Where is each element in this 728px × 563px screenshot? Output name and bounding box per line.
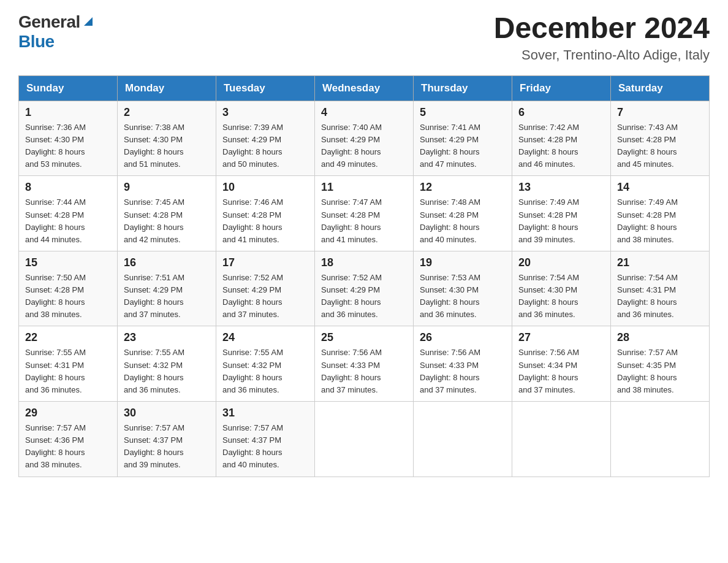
col-thursday: Thursday xyxy=(414,75,512,101)
calendar-cell: 30 Sunrise: 7:57 AM Sunset: 4:37 PM Dayl… xyxy=(118,402,216,477)
day-number: 29 xyxy=(25,407,111,419)
calendar-cell: 28 Sunrise: 7:57 AM Sunset: 4:35 PM Dayl… xyxy=(611,326,710,402)
day-info: Sunrise: 7:45 AM Sunset: 4:28 PM Dayligh… xyxy=(124,196,210,246)
day-info: Sunrise: 7:50 AM Sunset: 4:28 PM Dayligh… xyxy=(25,272,111,321)
svg-marker-0 xyxy=(84,17,93,26)
day-info: Sunrise: 7:55 AM Sunset: 4:32 PM Dayligh… xyxy=(124,347,210,396)
day-info: Sunrise: 7:41 AM Sunset: 4:29 PM Dayligh… xyxy=(420,121,506,171)
day-number: 6 xyxy=(518,106,604,119)
calendar-cell: 5 Sunrise: 7:41 AM Sunset: 4:29 PM Dayli… xyxy=(414,101,512,176)
day-number: 31 xyxy=(222,407,308,419)
calendar-cell: 9 Sunrise: 7:45 AM Sunset: 4:28 PM Dayli… xyxy=(118,176,216,251)
calendar-cell: 22 Sunrise: 7:55 AM Sunset: 4:31 PM Dayl… xyxy=(19,326,118,402)
calendar-cell xyxy=(414,402,512,477)
day-number: 15 xyxy=(25,256,111,269)
col-tuesday: Tuesday xyxy=(216,75,315,101)
calendar-table: Sunday Monday Tuesday Wednesday Thursday… xyxy=(18,75,710,477)
calendar-cell: 17 Sunrise: 7:52 AM Sunset: 4:29 PM Dayl… xyxy=(216,251,315,326)
logo: General Blue xyxy=(18,12,95,52)
calendar-cell: 31 Sunrise: 7:57 AM Sunset: 4:37 PM Dayl… xyxy=(216,402,315,477)
calendar-cell: 12 Sunrise: 7:48 AM Sunset: 4:28 PM Dayl… xyxy=(414,176,512,251)
calendar-cell: 23 Sunrise: 7:55 AM Sunset: 4:32 PM Dayl… xyxy=(118,326,216,402)
calendar-cell: 6 Sunrise: 7:42 AM Sunset: 4:28 PM Dayli… xyxy=(512,101,611,176)
day-number: 8 xyxy=(25,181,111,194)
day-info: Sunrise: 7:38 AM Sunset: 4:30 PM Dayligh… xyxy=(124,121,210,171)
day-info: Sunrise: 7:36 AM Sunset: 4:30 PM Dayligh… xyxy=(25,121,111,171)
calendar-cell: 26 Sunrise: 7:56 AM Sunset: 4:33 PM Dayl… xyxy=(414,326,512,402)
day-info: Sunrise: 7:55 AM Sunset: 4:31 PM Dayligh… xyxy=(25,347,111,396)
calendar-cell: 7 Sunrise: 7:43 AM Sunset: 4:28 PM Dayli… xyxy=(611,101,710,176)
col-monday: Monday xyxy=(118,75,216,101)
day-info: Sunrise: 7:57 AM Sunset: 4:36 PM Dayligh… xyxy=(25,422,111,472)
calendar-cell: 4 Sunrise: 7:40 AM Sunset: 4:29 PM Dayli… xyxy=(315,101,414,176)
day-number: 7 xyxy=(617,106,703,119)
calendar-week-3: 15 Sunrise: 7:50 AM Sunset: 4:28 PM Dayl… xyxy=(19,251,710,326)
day-info: Sunrise: 7:49 AM Sunset: 4:28 PM Dayligh… xyxy=(617,196,703,246)
day-info: Sunrise: 7:57 AM Sunset: 4:35 PM Dayligh… xyxy=(617,347,703,396)
logo-triangle-icon xyxy=(82,15,95,28)
day-number: 27 xyxy=(518,331,604,344)
calendar-cell: 20 Sunrise: 7:54 AM Sunset: 4:30 PM Dayl… xyxy=(512,251,611,326)
page-header: General Blue December 2024 Sover, Trenti… xyxy=(18,12,710,63)
day-number: 21 xyxy=(617,256,703,269)
calendar-week-4: 22 Sunrise: 7:55 AM Sunset: 4:31 PM Dayl… xyxy=(19,326,710,402)
day-number: 14 xyxy=(617,181,703,194)
calendar-cell xyxy=(315,402,414,477)
day-info: Sunrise: 7:42 AM Sunset: 4:28 PM Dayligh… xyxy=(518,121,604,171)
col-wednesday: Wednesday xyxy=(315,75,414,101)
day-info: Sunrise: 7:54 AM Sunset: 4:31 PM Dayligh… xyxy=(617,272,703,321)
col-friday: Friday xyxy=(512,75,611,101)
calendar-cell: 16 Sunrise: 7:51 AM Sunset: 4:29 PM Dayl… xyxy=(118,251,216,326)
calendar-cell: 24 Sunrise: 7:55 AM Sunset: 4:32 PM Dayl… xyxy=(216,326,315,402)
calendar-cell: 10 Sunrise: 7:46 AM Sunset: 4:28 PM Dayl… xyxy=(216,176,315,251)
calendar-cell: 8 Sunrise: 7:44 AM Sunset: 4:28 PM Dayli… xyxy=(19,176,118,251)
day-number: 23 xyxy=(124,331,210,344)
day-info: Sunrise: 7:51 AM Sunset: 4:29 PM Dayligh… xyxy=(124,272,210,321)
calendar-cell: 15 Sunrise: 7:50 AM Sunset: 4:28 PM Dayl… xyxy=(19,251,118,326)
day-info: Sunrise: 7:57 AM Sunset: 4:37 PM Dayligh… xyxy=(124,422,210,472)
day-info: Sunrise: 7:55 AM Sunset: 4:32 PM Dayligh… xyxy=(222,347,308,396)
calendar-week-1: 1 Sunrise: 7:36 AM Sunset: 4:30 PM Dayli… xyxy=(19,101,710,176)
calendar-cell: 18 Sunrise: 7:52 AM Sunset: 4:29 PM Dayl… xyxy=(315,251,414,326)
logo-blue-text: Blue xyxy=(18,32,55,52)
calendar-cell: 11 Sunrise: 7:47 AM Sunset: 4:28 PM Dayl… xyxy=(315,176,414,251)
day-number: 24 xyxy=(222,331,308,344)
calendar-cell: 14 Sunrise: 7:49 AM Sunset: 4:28 PM Dayl… xyxy=(611,176,710,251)
day-number: 4 xyxy=(321,106,407,119)
calendar-cell xyxy=(611,402,710,477)
day-info: Sunrise: 7:40 AM Sunset: 4:29 PM Dayligh… xyxy=(321,121,407,171)
day-number: 12 xyxy=(420,181,506,194)
day-number: 30 xyxy=(124,407,210,419)
calendar-cell: 1 Sunrise: 7:36 AM Sunset: 4:30 PM Dayli… xyxy=(19,101,118,176)
day-info: Sunrise: 7:56 AM Sunset: 4:34 PM Dayligh… xyxy=(518,347,604,396)
day-info: Sunrise: 7:53 AM Sunset: 4:30 PM Dayligh… xyxy=(420,272,506,321)
day-number: 2 xyxy=(124,106,210,119)
calendar-cell xyxy=(512,402,611,477)
calendar-cell: 29 Sunrise: 7:57 AM Sunset: 4:36 PM Dayl… xyxy=(19,402,118,477)
day-info: Sunrise: 7:57 AM Sunset: 4:37 PM Dayligh… xyxy=(222,422,308,472)
calendar-week-2: 8 Sunrise: 7:44 AM Sunset: 4:28 PM Dayli… xyxy=(19,176,710,251)
calendar-title: December 2024 xyxy=(494,12,710,45)
day-number: 10 xyxy=(222,181,308,194)
day-info: Sunrise: 7:47 AM Sunset: 4:28 PM Dayligh… xyxy=(321,196,407,246)
day-info: Sunrise: 7:46 AM Sunset: 4:28 PM Dayligh… xyxy=(222,196,308,246)
day-number: 19 xyxy=(420,256,506,269)
day-info: Sunrise: 7:49 AM Sunset: 4:28 PM Dayligh… xyxy=(518,196,604,246)
calendar-week-5: 29 Sunrise: 7:57 AM Sunset: 4:36 PM Dayl… xyxy=(19,402,710,477)
calendar-cell: 2 Sunrise: 7:38 AM Sunset: 4:30 PM Dayli… xyxy=(118,101,216,176)
day-number: 9 xyxy=(124,181,210,194)
day-info: Sunrise: 7:52 AM Sunset: 4:29 PM Dayligh… xyxy=(222,272,308,321)
calendar-cell: 13 Sunrise: 7:49 AM Sunset: 4:28 PM Dayl… xyxy=(512,176,611,251)
col-sunday: Sunday xyxy=(19,75,118,101)
day-number: 25 xyxy=(321,331,407,344)
day-number: 5 xyxy=(420,106,506,119)
day-info: Sunrise: 7:54 AM Sunset: 4:30 PM Dayligh… xyxy=(518,272,604,321)
day-info: Sunrise: 7:56 AM Sunset: 4:33 PM Dayligh… xyxy=(321,347,407,396)
day-info: Sunrise: 7:43 AM Sunset: 4:28 PM Dayligh… xyxy=(617,121,703,171)
day-number: 20 xyxy=(518,256,604,269)
day-info: Sunrise: 7:56 AM Sunset: 4:33 PM Dayligh… xyxy=(420,347,506,396)
day-number: 28 xyxy=(617,331,703,344)
day-number: 18 xyxy=(321,256,407,269)
calendar-cell: 27 Sunrise: 7:56 AM Sunset: 4:34 PM Dayl… xyxy=(512,326,611,402)
day-info: Sunrise: 7:48 AM Sunset: 4:28 PM Dayligh… xyxy=(420,196,506,246)
